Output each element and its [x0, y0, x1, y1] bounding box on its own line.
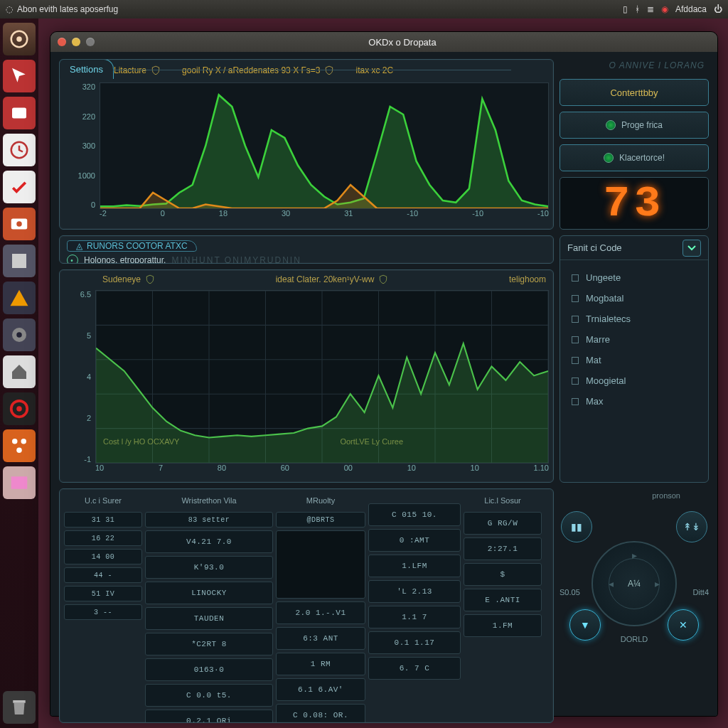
skip-button[interactable]: ↟↡ — [676, 511, 707, 542]
pause-button[interactable]: ▮▮ — [561, 511, 592, 542]
unity-launcher — [0, 18, 38, 728]
network-icon[interactable]: ≣ — [647, 4, 654, 14]
window-minimize-icon[interactable] — [72, 38, 80, 46]
launcher-settings[interactable] — [3, 318, 36, 351]
launcher-files[interactable] — [3, 245, 36, 277]
info-icon: • — [67, 255, 78, 264]
launcher-update[interactable] — [3, 171, 36, 203]
data-cell[interactable]: 6. 7 C — [368, 657, 461, 680]
legend-item-label: Litacture — [114, 65, 146, 75]
data-cell[interactable]: 1 RM — [276, 653, 365, 675]
data-cell[interactable]: *C2RT 8 — [145, 633, 273, 655]
code-list-item[interactable]: Mat — [560, 350, 708, 370]
code-list-item[interactable]: Max — [560, 391, 708, 412]
launcher-dash[interactable] — [3, 23, 36, 55]
data-cell[interactable]: $ — [464, 563, 542, 586]
data-cell[interactable]: 16 22 — [64, 530, 142, 546]
indicator-label[interactable]: Afddaca — [675, 4, 707, 14]
data-cell[interactable]: 2.0 1.-.V1 — [276, 601, 365, 624]
panel-bottom-chart: Sudeneye ideat Clater. 20ken¹yV-ww telig… — [59, 269, 554, 483]
data-cell[interactable]: 31 31 — [64, 512, 142, 528]
shield-icon — [324, 65, 334, 75]
data-cell[interactable]: 1.LFM — [368, 555, 461, 577]
chevron-left-icon: ◂ — [609, 578, 614, 589]
window-titlebar[interactable]: OKDx o Dropata — [50, 32, 717, 52]
window-title: OKDx o Dropata — [95, 37, 710, 48]
svg-rect-2 — [12, 108, 26, 119]
data-cell[interactable]: 1.1 7 — [368, 606, 461, 628]
launcher-clock[interactable] — [3, 134, 36, 166]
data-cell[interactable]: 0.1 1.17 — [368, 631, 461, 654]
code-list-item[interactable]: Mogbatal — [560, 288, 708, 309]
launcher-photos[interactable] — [3, 466, 36, 499]
launcher-screenshot[interactable] — [3, 208, 36, 240]
data-cell[interactable]: 6.1 6.AV' — [276, 678, 365, 701]
col-head: Lic.l Sosur — [464, 493, 542, 509]
window-maximize-icon[interactable] — [86, 38, 95, 46]
data-cell[interactable]: 14 00 — [64, 549, 142, 564]
data-cell[interactable]: 0 :AMT — [368, 529, 461, 552]
jog-center-label: A¼ — [628, 579, 641, 589]
data-cell[interactable]: 0.2.1 ORi — [145, 710, 273, 723]
data-cell[interactable]: LINOCKY — [145, 582, 273, 604]
data-cell[interactable]: C 0.08: OR. — [276, 704, 365, 723]
data-cell[interactable]: G RG/W — [464, 512, 542, 535]
col-head: MRuolty — [276, 493, 365, 509]
code-dropdown-button[interactable] — [682, 240, 701, 257]
data-cell[interactable]: TAUDEN — [145, 607, 273, 630]
bluetooth-icon[interactable]: ᚼ — [635, 4, 640, 14]
data-cell[interactable]: C 015 10. — [368, 503, 461, 526]
volume-icon[interactable]: ◉ — [661, 4, 668, 14]
panel-strip: ◬ RUNORS COOTOR ATXC • Holonos, etropora… — [59, 235, 554, 264]
digital-readout: 73 — [560, 177, 709, 230]
window-close-icon[interactable] — [58, 38, 66, 46]
launcher-network[interactable] — [3, 429, 36, 462]
launcher-accessories[interactable] — [3, 97, 36, 129]
data-cell[interactable]: 44 - — [64, 567, 142, 583]
shield-icon — [145, 274, 155, 284]
jog-wheel[interactable]: ▸ ▸ ◂ A¼ — [592, 541, 677, 626]
code-list-item[interactable]: Marre — [560, 329, 708, 350]
data-cell[interactable]: 83 setter — [145, 512, 273, 528]
decor-text: MINHUNT ONIMYRUDNIN — [171, 255, 301, 264]
data-cell[interactable]: 6:3 ANT — [276, 627, 365, 650]
contort-button[interactable]: Conterttbby — [560, 79, 709, 106]
data-cell[interactable]: 1.FM — [464, 614, 542, 637]
data-cell[interactable]: 2:27.1 — [464, 537, 542, 560]
code-list-item[interactable]: Ungeete — [560, 267, 708, 288]
battery-icon[interactable]: ▯ — [623, 4, 628, 14]
filter-button[interactable]: ▼ — [569, 609, 601, 641]
system-menubar: ◌ Abon evith lates aposerfug ▯ ᚼ ≣ ◉ Afd… — [0, 0, 728, 18]
launcher-trash[interactable] — [3, 691, 36, 724]
data-cell[interactable]: E .ANTI — [464, 589, 542, 611]
section-tab[interactable]: ◬ RUNORS COOTOR ATXC — [67, 240, 197, 252]
tab-settings[interactable]: Settions — [59, 59, 114, 79]
code-list-item[interactable]: Trnialetecs — [560, 309, 708, 329]
data-cell[interactable]: C 0.0 t5. — [145, 684, 273, 707]
launcher-warning[interactable] — [3, 282, 36, 314]
col-head: Wristrethon Vila — [145, 493, 273, 509]
chart1-legend: Litacture gooil Ry X / aReddenates 93 X … — [114, 65, 542, 75]
ubuntu-logo-icon: ◌ — [6, 4, 13, 14]
right-sidebar-mid: Fanit ci Code UngeeteMogbatalTrnialetecs… — [560, 235, 709, 483]
cancel-button[interactable]: ✕ — [668, 609, 699, 641]
proge-button[interactable]: Proge frica — [560, 112, 709, 139]
launcher-target[interactable] — [3, 392, 36, 425]
data-cell[interactable]: 3 -- — [64, 604, 142, 620]
data-cell[interactable]: K'93.0 — [145, 556, 273, 579]
launcher-home[interactable] — [3, 355, 36, 388]
data-cell[interactable]: V4.21 7.0 — [145, 530, 273, 553]
transport-right-label: Ditt4 — [692, 588, 709, 596]
code-list-item[interactable]: Moogietal — [560, 370, 708, 391]
transport-control: ▮▮ ↟↡ ▼ ✕ ▸ ▸ ◂ A¼ S0.05 Ditt4 DORLD — [560, 505, 709, 641]
data-cell[interactable]: @DBRTS — [276, 512, 365, 528]
chart2-legend: Sudeneye ideat Clater. 20ken¹yV-ww telig… — [102, 274, 546, 284]
session-icon[interactable]: ⏻ — [714, 4, 722, 14]
data-cell[interactable]: 51 IV — [64, 586, 142, 601]
launcher-pointer[interactable] — [3, 60, 36, 92]
square-bullet-icon — [572, 378, 579, 385]
data-cell[interactable]: 0163·0 — [145, 658, 273, 681]
klacer-button[interactable]: Klacertorce! — [560, 144, 709, 171]
data-cell[interactable]: 'L 2.13 — [368, 580, 461, 603]
shield-icon — [151, 65, 161, 75]
